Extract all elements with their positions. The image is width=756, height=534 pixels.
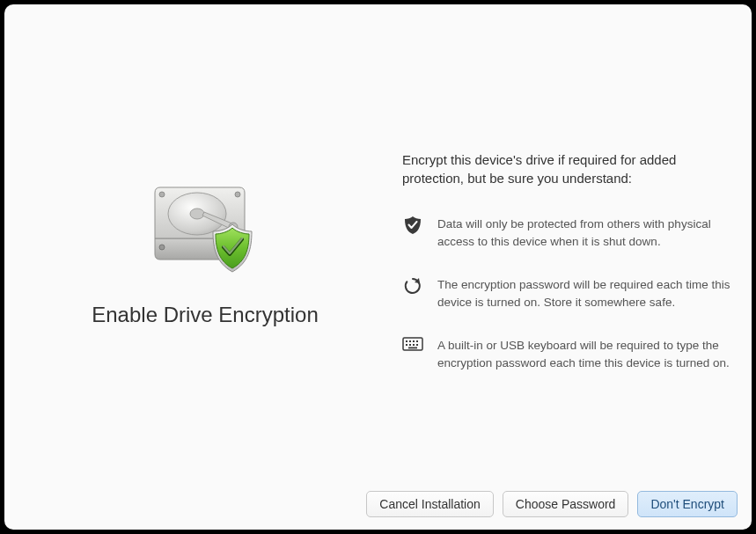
svg-rect-14 — [416, 344, 418, 346]
drive-shield-icon — [148, 180, 262, 289]
info-text: The encryption password will be required… — [437, 276, 736, 311]
page-title: Enable Drive Encryption — [92, 303, 318, 327]
svg-rect-9 — [413, 340, 415, 342]
dialog-footer: Cancel Installation Choose Password Don'… — [4, 482, 752, 530]
svg-point-1 — [235, 192, 240, 197]
svg-rect-7 — [406, 340, 407, 342]
shield-check-icon — [402, 216, 423, 235]
svg-rect-12 — [409, 344, 411, 346]
encryption-dialog: Enable Drive Encryption Encrypt this dev… — [4, 4, 752, 530]
info-row-keyboard: A built-in or USB keyboard will be requi… — [402, 337, 736, 371]
svg-point-2 — [159, 245, 165, 250]
intro-text: Encrypt this device's drive if required … — [402, 150, 736, 187]
svg-rect-15 — [408, 347, 417, 349]
info-row-restart: The encryption password will be required… — [402, 276, 736, 311]
svg-rect-8 — [409, 340, 411, 342]
svg-point-4 — [190, 208, 204, 219]
info-row-shield: Data will only be protected from others … — [402, 216, 736, 250]
dialog-content: Enable Drive Encryption Encrypt this dev… — [4, 4, 752, 482]
svg-rect-10 — [416, 340, 418, 342]
svg-rect-11 — [406, 344, 407, 346]
left-column: Enable Drive Encryption — [20, 31, 390, 327]
choose-password-button[interactable]: Choose Password — [503, 491, 629, 517]
keyboard-icon — [402, 337, 423, 351]
info-text: A built-in or USB keyboard will be requi… — [437, 337, 736, 371]
svg-rect-13 — [413, 344, 415, 346]
dont-encrypt-button[interactable]: Don't Encrypt — [637, 491, 738, 517]
right-column: Encrypt this device's drive if required … — [390, 31, 736, 398]
info-text: Data will only be protected from others … — [437, 216, 736, 250]
restart-icon — [402, 276, 423, 296]
svg-point-0 — [159, 192, 165, 197]
cancel-installation-button[interactable]: Cancel Installation — [366, 491, 493, 517]
